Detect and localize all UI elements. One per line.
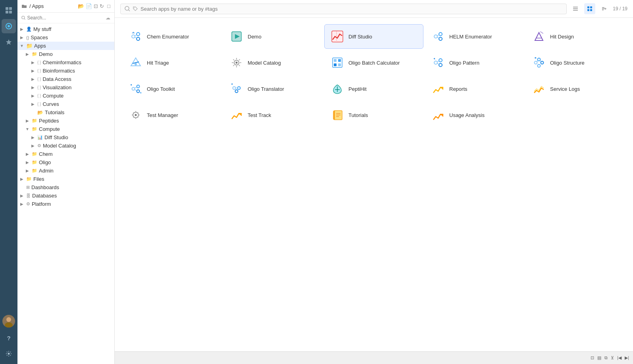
dashboards-icon: ⊞ xyxy=(26,185,30,190)
app-card-hit-triage[interactable]: Hit Triage xyxy=(123,50,222,75)
sidebar-item-oligo[interactable]: ▶ 📁 Oligo xyxy=(17,158,114,167)
model-catalog-icon: ⚙ xyxy=(37,143,41,148)
sidebar-label-tutorials: Tutorials xyxy=(45,109,64,115)
sidebar-item-demo[interactable]: ▶ 📁 Demo xyxy=(17,50,114,58)
svg-point-59 xyxy=(538,65,541,67)
helm-enumerator-icon xyxy=(431,29,445,44)
app-card-demo[interactable]: Demo xyxy=(223,24,323,49)
sort-btn[interactable] xyxy=(598,3,610,14)
sidebar-item-platform[interactable]: ▶ ⚙ Platform xyxy=(17,200,114,208)
svg-marker-62 xyxy=(534,57,536,59)
hit-triage-icon xyxy=(129,56,143,70)
sidebar-search-input[interactable] xyxy=(27,15,104,21)
sidebar-item-files[interactable]: ▶ 📁 Files xyxy=(17,175,114,183)
svg-point-10 xyxy=(22,16,25,19)
sidebar-item-compute-sub[interactable]: ▶ { } Compute xyxy=(17,92,114,100)
app-card-test-track[interactable]: Test Track xyxy=(223,103,323,127)
sidebar-item-data-access[interactable]: ▶ { } Data Access xyxy=(17,75,114,83)
app-card-usage-analysis[interactable]: Usage Analysis xyxy=(425,103,524,127)
demo-icon: 📁 xyxy=(32,52,37,57)
svg-point-39 xyxy=(538,33,540,34)
svg-rect-48 xyxy=(334,63,337,66)
app-card-diff-studio[interactable]: Diff Studio xyxy=(324,24,423,49)
home-rail-icon[interactable] xyxy=(2,19,16,33)
svg-point-58 xyxy=(541,61,544,64)
app-card-model-catalog[interactable]: Model Catalog xyxy=(223,50,323,75)
folder-open-icon[interactable]: 📂 xyxy=(78,3,84,9)
main-toolbar: 19 / 19 xyxy=(115,0,633,18)
file-icon[interactable]: 📄 xyxy=(86,3,92,9)
diff-studio-icon: 📊 xyxy=(37,135,43,140)
sidebar-item-curves[interactable]: ▶ { } Curves xyxy=(17,100,114,108)
sidebar-item-visualization[interactable]: ▶ { } Visualization xyxy=(17,83,114,92)
sidebar-item-dashboards[interactable]: ▶ ⊞ Dashboards xyxy=(17,183,114,192)
app-card-chem-enumerator[interactable]: Chem Enumerator xyxy=(123,24,222,49)
chevron-icon: ▶ xyxy=(19,35,25,40)
status-icon-1[interactable]: ⊡ xyxy=(591,355,594,360)
sidebar-item-spaces[interactable]: ▶ {} Spaces xyxy=(17,33,114,42)
status-icon-5[interactable]: |◀ xyxy=(617,355,621,360)
svg-point-5 xyxy=(8,25,10,27)
sidebar-item-my-stuff[interactable]: ▶ 👤 My stuff xyxy=(17,25,114,33)
sidebar-item-cheminformatics[interactable]: ▶ { } Cheminformatics xyxy=(17,58,114,67)
app-card-hit-design[interactable]: Hit Design xyxy=(526,24,625,49)
sidebar-item-diff-studio[interactable]: ▶ 📊 Diff Studio xyxy=(17,133,114,142)
app-card-oligo-batch-calc[interactable]: Oligo Batch Calculator xyxy=(324,50,423,75)
helm-enumerator-label: HELM Enumerator xyxy=(449,34,492,40)
star-rail-icon[interactable] xyxy=(2,35,16,49)
svg-point-52 xyxy=(439,63,442,67)
svg-marker-69 xyxy=(140,92,141,94)
sidebar-item-peptides[interactable]: ▶ 📁 Peptides xyxy=(17,117,114,125)
list-view-btn[interactable] xyxy=(570,3,581,14)
sidebar-item-model-catalog[interactable]: ▶ ⚙ Model Catalog xyxy=(17,142,114,150)
help-rail-icon[interactable]: ? xyxy=(2,331,16,345)
user-avatar[interactable] xyxy=(2,315,15,328)
grid-rail-icon[interactable] xyxy=(2,3,16,17)
peptides-icon: 📁 xyxy=(32,118,37,123)
app-card-peptihit[interactable]: PeptiHit xyxy=(324,77,423,101)
svg-point-56 xyxy=(535,61,537,64)
service-logs-label: Service Logs xyxy=(550,86,580,92)
sidebar-item-compute[interactable]: ▼ 📁 Compute xyxy=(17,125,114,133)
sidebar-item-tutorials-folder[interactable]: ▶ 📂 Tutorials xyxy=(17,108,114,117)
app-card-tutorials[interactable]: Tutorials xyxy=(324,103,423,127)
new-project-btn[interactable]: □ xyxy=(107,3,110,9)
sidebar-item-admin[interactable]: ▶ 📁 Admin xyxy=(17,167,114,175)
sidebar-header-actions: 📂 📄 ⊡ ↻ □ xyxy=(78,3,110,9)
diff-studio-label: Diff Studio xyxy=(348,34,372,40)
search-input[interactable] xyxy=(140,6,562,12)
svg-point-12 xyxy=(125,6,129,10)
svg-rect-3 xyxy=(9,11,12,13)
chevron-icon: ▶ xyxy=(30,144,36,148)
app-card-oligo-translator[interactable]: Oligo Translator xyxy=(223,77,323,101)
svg-rect-46 xyxy=(334,59,337,62)
app-card-oligo-toolkit[interactable]: Oligo Toolkit xyxy=(123,77,222,101)
oligo-pattern-label: Oligo Pattern xyxy=(449,60,479,66)
grid-view-btn[interactable] xyxy=(584,3,595,14)
status-icon-2[interactable]: ▤ xyxy=(597,355,601,360)
settings-rail-icon[interactable] xyxy=(2,347,16,361)
app-card-oligo-structure[interactable]: Oligo Structure xyxy=(526,50,625,75)
app-card-service-logs[interactable]: Service Logs xyxy=(526,77,625,101)
refresh-icon[interactable]: ↻ xyxy=(100,3,104,9)
databases-icon: 🗄 xyxy=(26,193,31,198)
sidebar-item-apps[interactable]: ▼ 📁 Apps xyxy=(17,42,114,50)
app-card-reports[interactable]: Reports xyxy=(425,77,524,101)
sidebar-label-compute-sub: Compute xyxy=(42,93,63,99)
svg-line-37 xyxy=(437,35,439,36)
status-icon-3[interactable]: ⧉ xyxy=(604,355,608,360)
chevron-icon: ▼ xyxy=(19,44,25,48)
status-icon-4[interactable]: ⊻ xyxy=(611,355,614,360)
sidebar-item-databases[interactable]: ▶ 🗄 Databases xyxy=(17,192,114,200)
svg-rect-49 xyxy=(338,63,341,66)
share-icon[interactable]: ⊡ xyxy=(94,3,98,9)
app-card-oligo-pattern[interactable]: Oligo Pattern xyxy=(425,50,524,75)
chevron-icon: ▶ xyxy=(25,119,30,123)
app-card-helm-enumerator[interactable]: HELM Enumerator xyxy=(425,24,524,49)
oligo-translator-icon xyxy=(229,82,244,96)
status-icon-6[interactable]: ▶| xyxy=(625,355,629,360)
sidebar-label-bioinformatics: Bioinformatics xyxy=(42,68,75,74)
sidebar-item-chem[interactable]: ▶ 📁 Chem xyxy=(17,150,114,158)
app-card-test-manager[interactable]: Test Manager xyxy=(123,103,222,127)
sidebar-item-bioinformatics[interactable]: ▶ { } Bioinformatics xyxy=(17,67,114,75)
